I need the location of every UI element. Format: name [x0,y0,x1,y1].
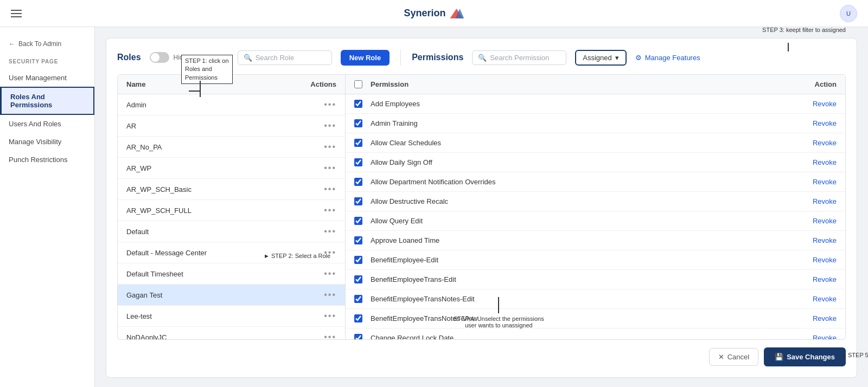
permission-row: BenefitEmployeeTransNotes-Edit Revoke [346,289,845,309]
permission-name: Allow Query Edit [371,217,793,225]
permission-checkbox[interactable] [354,158,362,166]
new-role-button[interactable]: New Role [341,50,390,66]
role-row[interactable]: Admin ••• [118,94,345,115]
step4-text: STEP 4: Unselect the permissionsuser wan… [454,315,544,328]
permission-name: BenefitEmployeeTransNotes-View [371,314,793,322]
app-logo: Synerion [404,8,464,20]
app-header: Synerion U [0,0,868,27]
role-name: AR_No_PA [126,143,324,151]
role-row[interactable]: AR ••• [118,115,345,137]
permission-checkbox[interactable] [354,100,362,108]
sidebar-label-roles-permissions: Roles And Permissions [10,93,52,109]
perm-checkbox-container [354,334,371,339]
manage-features-button[interactable]: ⚙ Manage Features [635,54,700,62]
role-actions-dots[interactable]: ••• [324,142,336,152]
step1-arrow-horiz [189,91,200,92]
back-to-admin-link[interactable]: ← Back To Admin [0,36,94,52]
roles-panel: Name Actions Admin ••• AR ••• AR_No_PA •… [118,75,346,339]
permission-checkbox[interactable] [354,334,362,339]
perm-checkbox-container [354,100,371,108]
permission-row: Approve Loaned Time Revoke [346,231,845,250]
role-row[interactable]: AR_WP ••• [118,158,345,179]
search-role-input[interactable] [256,54,326,62]
revoke-link[interactable]: Revoke [793,295,837,303]
revoke-link[interactable]: Revoke [793,236,837,244]
sidebar-item-punch-restrictions[interactable]: Punch Restrictions [0,151,94,169]
filter-dropdown[interactable]: Assigned ▾ [575,50,626,66]
hide-system-roles-toggle[interactable] [150,52,169,63]
permission-checkbox[interactable] [354,139,362,147]
revoke-link[interactable]: Revoke [793,314,837,322]
role-row[interactable]: Lee-test ••• [118,306,345,327]
role-actions-dots[interactable]: ••• [324,100,336,109]
header-checkbox-container [354,80,371,88]
revoke-link[interactable]: Revoke [793,158,837,166]
revoke-link[interactable]: Revoke [793,334,837,339]
role-actions-dots[interactable]: ••• [324,311,336,321]
select-all-checkbox[interactable] [354,80,362,88]
role-actions-dots[interactable]: ••• [324,332,336,339]
search-permission-input[interactable] [490,54,560,62]
filter-dropdown-label: Assigned [583,54,611,62]
revoke-link[interactable]: Revoke [793,119,837,127]
step4-annotation: STEP 4: Unselect the permissionsuser wan… [454,297,544,328]
save-changes-button[interactable]: 💾 Save Changes [764,347,846,366]
sidebar-item-users-roles[interactable]: Users And Roles [0,115,94,133]
permission-checkbox[interactable] [354,236,362,244]
revoke-link[interactable]: Revoke [793,256,837,264]
role-actions-dots[interactable]: ••• [324,121,336,131]
revoke-link[interactable]: Revoke [793,275,837,283]
sidebar: ← Back To Admin SECURITY PAGE User Manag… [0,27,95,387]
perm-checkbox-container [354,139,371,147]
role-row[interactable]: Gagan Test ••• [118,285,345,306]
role-row[interactable]: AR_WP_SCH_FULL ••• [118,200,345,221]
revoke-link[interactable]: Revoke [793,197,837,205]
perm-checkbox-container [354,197,371,205]
permission-checkbox[interactable] [354,256,362,264]
step5-annotation: ◄ STEP 5: Click on "Save Changes" [840,352,868,358]
role-name: Default Timesheet [126,270,324,278]
role-actions-dots[interactable]: ••• [324,290,336,300]
sidebar-item-manage-visibility[interactable]: Manage Visibility [0,133,94,151]
permission-checkbox[interactable] [354,119,362,127]
role-actions-dots[interactable]: ••• [324,163,336,173]
role-row[interactable]: AR_No_PA ••• [118,137,345,158]
role-actions-dots[interactable]: ••• [324,269,336,279]
step1-arrow-vert [200,81,201,97]
search-role-icon: 🔍 [244,54,252,62]
role-actions-dots[interactable]: ••• [324,184,336,194]
revoke-link[interactable]: Revoke [793,100,837,108]
permission-checkbox[interactable] [354,217,362,225]
col-actions-header: Actions [293,80,336,88]
sidebar-item-roles-permissions[interactable]: Roles And Permissions [0,87,94,115]
role-actions-dots[interactable]: ••• [324,205,336,215]
role-row[interactable]: NoDAonlyJC ••• [118,327,345,339]
cancel-button[interactable]: ✕ Cancel [709,348,758,366]
permission-checkbox[interactable] [354,197,362,205]
permission-checkbox[interactable] [354,314,362,322]
hamburger-menu[interactable] [11,10,22,17]
search-role-box: 🔍 [238,50,332,65]
perm-checkbox-container [354,236,371,244]
permissions-panel-header: Permission Action [346,75,845,94]
perm-checkbox-container [354,256,371,264]
revoke-link[interactable]: Revoke [793,139,837,147]
permission-checkbox[interactable] [354,275,362,283]
revoke-link[interactable]: Revoke [793,217,837,225]
permission-checkbox[interactable] [354,178,362,186]
revoke-link[interactable]: Revoke [793,178,837,186]
avatar[interactable]: U [840,5,857,22]
roles-title: Roles [117,53,141,62]
role-actions-dots[interactable]: ••• [324,227,336,236]
role-row[interactable]: AR_WP_SCH_Basic ••• [118,179,345,200]
role-row[interactable]: Default ••• [118,221,345,242]
back-arrow-icon: ← [9,40,15,48]
role-name: AR_WP_SCH_FULL [126,207,324,215]
permission-checkbox[interactable] [354,295,362,303]
roles-list: Admin ••• AR ••• AR_No_PA ••• AR_WP ••• … [118,94,345,339]
separator [400,49,401,66]
sidebar-label-users-roles: Users And Roles [9,120,61,128]
sidebar-item-user-management[interactable]: User Management [0,69,94,87]
role-row[interactable]: Default Timesheet ••• [118,263,345,285]
role-name: AR_WP [126,164,324,172]
